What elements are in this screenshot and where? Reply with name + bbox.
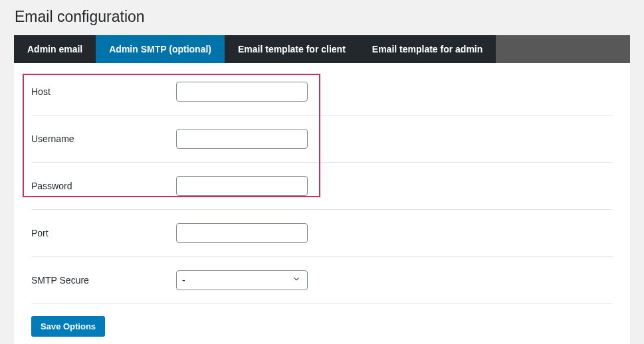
tab-email-template-admin[interactable]: Email template for admin [359,35,496,63]
tab-email-template-client[interactable]: Email template for client [225,35,359,63]
tab-bar: Admin email Admin SMTP (optional) Email … [14,35,630,63]
host-label: Host [31,86,176,97]
field-row-smtp-secure: SMTP Secure - [31,257,613,304]
save-button[interactable]: Save Options [31,316,105,337]
password-input[interactable] [176,176,308,196]
username-label: Username [31,133,176,144]
page-title: Email configuration [0,0,644,35]
save-row: Save Options [14,304,630,344]
field-row-username: Username [31,116,613,163]
smtp-secure-label: SMTP Secure [31,275,176,286]
smtp-secure-select[interactable]: - [176,270,308,290]
field-row-password: Password [31,163,613,210]
tab-admin-email[interactable]: Admin email [14,35,96,63]
port-input[interactable] [176,223,308,243]
port-label: Port [31,228,176,238]
field-row-port: Port [31,210,613,257]
password-label: Password [31,181,176,191]
settings-panel: Host Username Password Port SMTP Secure … [14,63,630,344]
field-row-host: Host [31,63,613,116]
tab-admin-smtp[interactable]: Admin SMTP (optional) [96,35,225,63]
tabs-filler [496,35,630,63]
host-input[interactable] [176,82,308,102]
username-input[interactable] [176,129,308,149]
